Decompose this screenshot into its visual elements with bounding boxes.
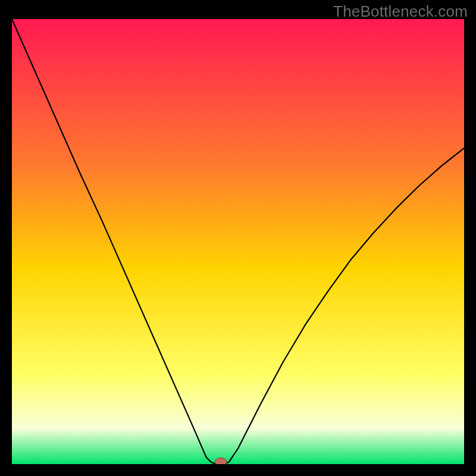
- chart-frame: TheBottleneck.com: [0, 0, 476, 476]
- gradient-background: [12, 19, 464, 464]
- watermark-text: TheBottleneck.com: [333, 2, 468, 21]
- plot-area: [12, 19, 464, 464]
- optimal-point-marker: [215, 458, 227, 464]
- bottleneck-chart: [12, 19, 464, 464]
